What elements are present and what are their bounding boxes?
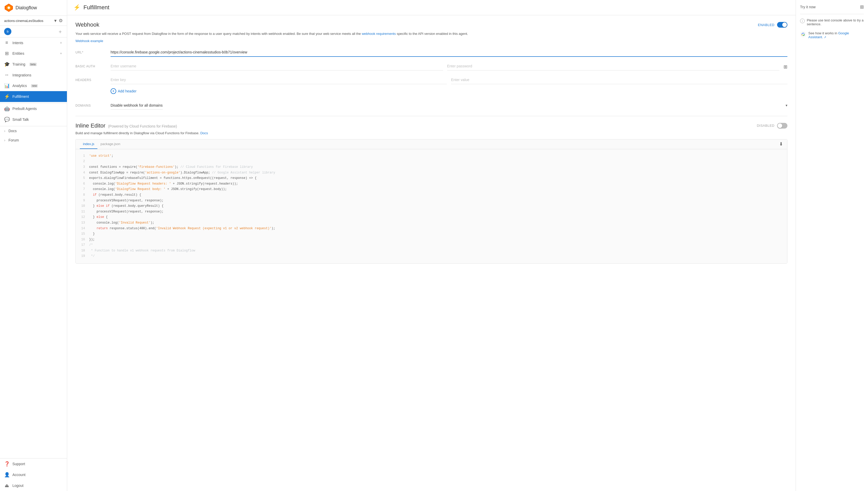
sidebar-item-analytics[interactable]: 📊 Analytics new xyxy=(0,80,67,91)
try-it-header: Try it now ⊞ xyxy=(800,4,864,14)
intents-icon: ≡ xyxy=(4,40,9,46)
inline-editor-docs-link[interactable]: Docs xyxy=(200,131,208,135)
avatar[interactable]: fr xyxy=(4,28,11,35)
sidebar-item-label: Logout xyxy=(12,484,24,488)
right-info-row: i Please use test console above to try a… xyxy=(800,18,864,26)
code-line: 17 /* xyxy=(80,242,783,248)
logo-text: Dialogflow xyxy=(16,5,37,10)
external-link-icon: ↗ xyxy=(824,36,826,39)
code-line: 11 processV2Request(request, response); xyxy=(80,209,783,215)
headers-inputs-row xyxy=(111,76,787,84)
sidebar-bottom: ❓ Support 👤 Account ⏏ Logout xyxy=(0,458,67,491)
add-intent-icon[interactable]: ＋ xyxy=(59,40,63,45)
sidebar-item-entities[interactable]: ⊞ Entities ＋ xyxy=(0,48,67,59)
add-agent-icon[interactable]: ＋ xyxy=(58,28,63,35)
sidebar-item-label: Account xyxy=(12,473,26,477)
url-input[interactable] xyxy=(111,48,787,57)
url-form-row: URL* xyxy=(76,48,787,57)
main-body: Webhook ENABLED Your web service will re… xyxy=(67,15,796,491)
webhook-title: Webhook xyxy=(76,22,100,28)
inline-editor-toggle[interactable] xyxy=(777,123,787,128)
webhook-section-header: Webhook ENABLED xyxy=(76,22,787,28)
code-line: 13 console.log('Invalid Request'); xyxy=(80,220,783,226)
domains-form-row: DOMAINS Disable webhook for all domainsE… xyxy=(76,101,787,110)
webhook-requirements-link[interactable]: webhook requirements xyxy=(362,32,396,36)
webhook-description: Your web service will receive a POST req… xyxy=(76,31,787,37)
username-input[interactable] xyxy=(111,62,443,70)
training-icon: 🎓 xyxy=(4,61,9,67)
tab-package-json[interactable]: package.json xyxy=(98,139,124,149)
sidebar-item-intents[interactable]: ≡ Intents ＋ xyxy=(0,37,67,48)
add-entity-icon[interactable]: ＋ xyxy=(59,51,63,56)
agent-dropdown-icon[interactable]: ▾ xyxy=(54,18,57,24)
code-line: 14 return response.status(400).end('Inva… xyxy=(80,226,783,232)
url-field xyxy=(111,48,787,57)
google-assistant-logo xyxy=(800,31,806,37)
nav-section-expand: › Docs › Forum xyxy=(0,126,67,145)
support-icon: ❓ xyxy=(4,461,9,467)
sidebar-item-label: Entities xyxy=(12,51,24,56)
auth-visibility-icon[interactable]: ⊞ xyxy=(784,62,787,70)
domains-label: DOMAINS xyxy=(76,101,106,107)
chevron-right-icon: › xyxy=(4,129,5,133)
sidebar-item-label: Support xyxy=(12,462,25,466)
code-line: 18 * Function to handle v1 webhook reque… xyxy=(80,248,783,254)
sidebar-item-prebuilt-agents[interactable]: 🤖 Prebuilt Agents xyxy=(0,103,67,114)
code-tabs: index.js package.json ⬇ xyxy=(76,139,787,149)
agent-avatar-row: fr ＋ xyxy=(0,26,67,37)
sidebar-item-docs[interactable]: › Docs xyxy=(0,126,67,136)
headers-field: + Add header xyxy=(111,76,787,96)
sidebar-item-label: Fulfillment xyxy=(12,94,29,98)
account-icon: 👤 xyxy=(4,472,9,478)
right-panel: Try it now ⊞ i Please use test console a… xyxy=(796,0,868,491)
sidebar-item-training[interactable]: 🎓 Training beta xyxy=(0,59,67,70)
try-it-expand-icon[interactable]: ⊞ xyxy=(860,4,864,10)
analytics-badge: new xyxy=(31,84,38,88)
code-line: 16 }); xyxy=(80,237,783,243)
code-body: 1 'use strict'; 2 3 const functions = re… xyxy=(76,149,787,263)
analytics-icon: 📊 xyxy=(4,83,9,89)
main-header: ⚡ Fulfillment xyxy=(67,0,796,15)
code-line: 6 console.log('Dialogflow Request header… xyxy=(80,181,783,187)
code-line: 1 'use strict'; xyxy=(80,153,783,159)
password-input[interactable] xyxy=(447,62,780,70)
domains-select[interactable]: Disable webhook for all domainsEnable we… xyxy=(111,101,163,110)
sidebar-item-support[interactable]: ❓ Support xyxy=(0,459,67,469)
google-assistant-row: See how it works in Google Assistant. ↗ xyxy=(800,31,864,39)
sidebar-item-forum[interactable]: › Forum xyxy=(0,136,67,145)
download-icon[interactable]: ⬇ xyxy=(779,141,783,147)
url-label: URL* xyxy=(76,48,106,54)
code-line: 8 if (request.body.result) { xyxy=(80,192,783,198)
info-icon: i xyxy=(800,19,805,23)
agent-settings-icon[interactable]: ⚙ xyxy=(59,18,63,24)
tab-index-js[interactable]: index.js xyxy=(80,139,98,149)
key-input[interactable] xyxy=(111,76,447,84)
sidebar-item-logout[interactable]: ⏏ Logout xyxy=(0,480,67,491)
logo[interactable]: Dialogflow xyxy=(4,3,37,12)
main-nav: ≡ Intents ＋ ⊞ Entities ＋ 🎓 Training beta… xyxy=(0,37,67,102)
webhook-toggle[interactable] xyxy=(777,22,787,28)
headers-label: HEADERS xyxy=(76,76,106,82)
sidebar-item-account[interactable]: 👤 Account xyxy=(0,469,67,480)
small-talk-icon: 💬 xyxy=(4,117,9,122)
sidebar-item-integrations[interactable]: ↔ Integrations xyxy=(0,70,67,80)
inline-editor-subtitle: (Powered by Cloud Functions for Firebase… xyxy=(108,124,177,128)
webhook-example-link[interactable]: Webhook example xyxy=(76,39,103,43)
sidebar-item-small-talk[interactable]: 💬 Small Talk xyxy=(0,114,67,125)
inline-editor-title: Inline Editor xyxy=(76,122,105,129)
value-input[interactable] xyxy=(451,76,787,84)
code-line: 5 exports.dialogflowFirebaseFulfillment … xyxy=(80,176,783,181)
code-line: 3 const functions = require('firebase-fu… xyxy=(80,165,783,170)
webhook-toggle-group: ENABLED xyxy=(758,22,787,28)
toggle-knob xyxy=(782,23,787,27)
sidebar-item-label: Integrations xyxy=(12,73,31,77)
sidebar-item-fulfillment[interactable]: ⚡ Fulfillment xyxy=(0,91,67,102)
sidebar: Dialogflow actions-cinemaLesStudios ▾ ⚙ … xyxy=(0,0,67,491)
sidebar-header: Dialogflow xyxy=(0,0,67,16)
logout-icon: ⏏ xyxy=(4,483,9,488)
code-line: 2 xyxy=(80,159,783,165)
chevron-right-icon: › xyxy=(4,138,5,142)
toggle-knob xyxy=(778,123,782,128)
code-line: 10 } else if (request.body.queryResult) … xyxy=(80,203,783,209)
add-header-button[interactable]: + Add header xyxy=(111,86,136,96)
